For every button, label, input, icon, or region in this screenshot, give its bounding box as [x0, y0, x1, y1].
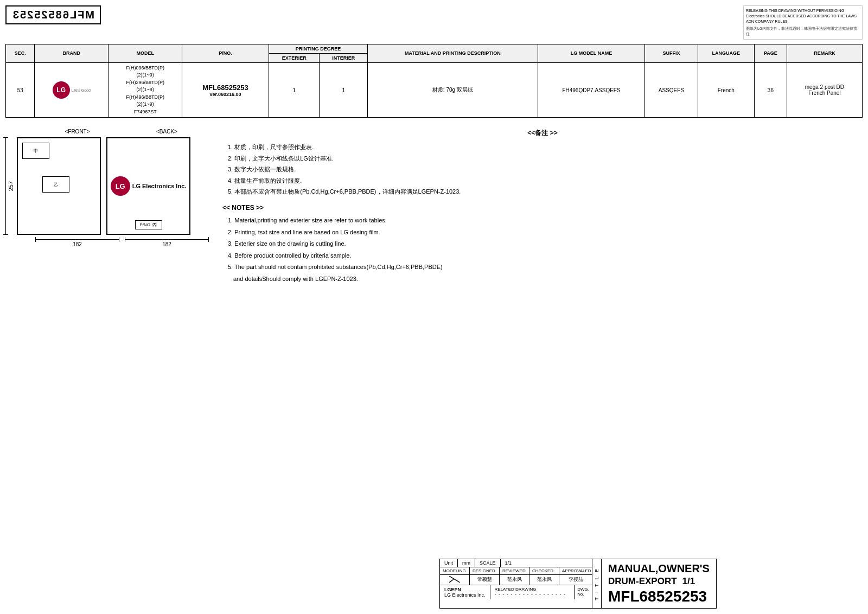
- scale-label: SCALE: [480, 560, 496, 566]
- side-dim-wrapper: 257: [5, 137, 14, 235]
- diagram-top-labels: <FRONT> <BACK>: [35, 129, 212, 135]
- approvaled-value: 李授喆: [559, 575, 592, 585]
- en-notes-list: 1. Material,printing and exterier size a…: [222, 216, 863, 283]
- en-notes: << NOTES >> 1. Material,printing and ext…: [222, 204, 863, 283]
- unit-value-cell: mm: [458, 559, 475, 567]
- dim-vals-gap: [119, 240, 125, 247]
- dim-right-group: [125, 239, 209, 240]
- cell-brand: LG Life's Good: [35, 62, 108, 118]
- title-vertical-text: T I T L E: [594, 567, 599, 600]
- dim-right-value: 182: [125, 241, 209, 247]
- front-jia-label: 甲: [34, 148, 38, 154]
- unit-label-cell: Unit: [440, 559, 458, 567]
- dim-left-tick-r: [119, 237, 119, 242]
- reviewed-value: 范永风: [500, 575, 529, 585]
- checked-value: 范永风: [529, 575, 559, 585]
- pno-value: MFL68525253: [185, 84, 266, 92]
- col-material: MATERIAL AND PRINTING DESCRIPTION: [367, 44, 538, 62]
- cn-notes-list: 1. 材质，印刷，尺寸参照作业表. 2. 印刷，文字大小和线条以LG设计基准. …: [222, 143, 863, 196]
- title-letter-block: T I T L E: [592, 559, 602, 608]
- en-note-1: 1. Material,printing and exterier size a…: [228, 216, 863, 225]
- notice-en-text: RELEASING THIS DRAWING WITHOUT PERMISSIO…: [746, 8, 860, 24]
- model-line-3: F(H)296/B8TD(P): [111, 79, 179, 87]
- side-dim-container: 257: [5, 137, 14, 235]
- model-line-6: (2)(1~9): [111, 101, 179, 108]
- en-note-2: 2. Printing, tsxt size and line are base…: [228, 228, 863, 237]
- back-company-name: LG Electronics Inc.: [132, 183, 187, 189]
- dim-values-row: 182 182: [35, 240, 212, 247]
- col-remark: REMARK: [787, 44, 862, 62]
- mirrored-doc-number: MFL68525253: [5, 5, 101, 24]
- title-sub: DRUM-EXPORT: [608, 576, 677, 587]
- unit-label: Unit: [444, 560, 453, 566]
- col-sec: SEC.: [6, 44, 35, 62]
- col-page: PAGE: [754, 44, 787, 62]
- related-drawing-label: RELATED DRAWING: [495, 587, 570, 592]
- cn-note-4: 4. 批量生产前取的设计限度.: [228, 177, 863, 185]
- col-model: MODEL: [108, 44, 182, 62]
- top-notice: RELEASING THIS DRAWING WITHOUT PERMISSIO…: [743, 5, 863, 40]
- notes-section: <<备注 >> 1. 材质，印刷，尺寸参照作业表. 2. 印刷，文字大小和线条以…: [222, 129, 863, 291]
- model-line-1: F(H)096/B8TD(P): [111, 65, 179, 72]
- staff-header-row: MODELING DESIGNED REVIEWED CHECKED APPRO…: [440, 567, 592, 575]
- back-diagram-box: LG LG Electronics Inc. P/NO.:丙: [106, 137, 190, 235]
- dim-right-line: [125, 239, 209, 240]
- designed-label: DESIGNED: [470, 567, 500, 574]
- side-dim-bar: [5, 137, 6, 235]
- cn-note-5: 5. 本部品不应含有禁止物质(Pb,Cd,Hg,Cr+6,PBB,PBDE)，详…: [228, 188, 863, 196]
- dim-left-tick-l: [35, 237, 36, 242]
- back-company-text: LG Electronics Inc.: [132, 183, 187, 189]
- model-line-2: (2)(1~9): [111, 72, 179, 79]
- pno-box: P/NO.:丙: [135, 220, 162, 229]
- col-language: LANGUAGE: [698, 44, 754, 62]
- footer-wrapper: Unit mm SCALE 1/1 MODELING DESIGNED: [439, 559, 863, 609]
- front-inner-jia: 甲: [22, 143, 49, 159]
- remark2: French Panel: [790, 90, 859, 96]
- scale-label-cell: SCALE: [475, 559, 501, 567]
- unit-scale-row: Unit mm SCALE 1/1: [440, 559, 592, 567]
- pno-ver: ver.060216.00: [185, 92, 266, 97]
- footer-info-block: Unit mm SCALE 1/1 MODELING DESIGNED: [439, 559, 592, 609]
- col-brand: BRAND: [35, 44, 108, 62]
- title-page: 1/1: [682, 576, 695, 587]
- cell-language: French: [698, 62, 754, 118]
- spec-table: SEC. BRAND MODEL P/NO. PRINTING DEGREE M…: [5, 44, 863, 118]
- en-note-3: 3. Exterier size on the drawing is cutti…: [228, 239, 863, 248]
- company-row: LGEPN LG Electronics Inc. RELATED DRAWIN…: [440, 585, 592, 599]
- lg-circle-icon: LG: [53, 81, 70, 99]
- dim-left-line: [35, 239, 119, 240]
- related-drawing-value: - - - - - - - - - - - - - - - - - -: [495, 592, 570, 597]
- cell-sec: 53: [6, 62, 35, 118]
- cell-remark: mega 2 post DD French Panel: [787, 62, 862, 118]
- model-line-7: F74967ST: [111, 108, 179, 116]
- reviewed-label: REVIEWED: [500, 567, 529, 574]
- back-label: <BACK>: [125, 129, 209, 135]
- side-dim-line: 257: [5, 137, 14, 235]
- unit-value: mm: [462, 560, 470, 566]
- company-label: LGEPN: [444, 587, 486, 592]
- cell-exterier: 1: [269, 62, 320, 118]
- scale-value-cell: 1/1: [501, 559, 516, 567]
- model-line-4: (2)(1~9): [111, 86, 179, 94]
- related-drawing-block: RELATED DRAWING - - - - - - - - - - - - …: [490, 585, 575, 599]
- notice-cn-text: 图纸为LG内部文件，非法流通时，韩国电子法据有限定追究法律责任: [746, 26, 860, 37]
- title-main: MANUAL,OWNER'S: [608, 562, 710, 575]
- approvaled-label: APPROVALED: [559, 567, 592, 574]
- modeling-label: MODELING: [440, 567, 470, 574]
- cell-page: 36: [754, 62, 787, 118]
- footer-title-block: T I T L E MANUAL,OWNER'S DRUM-EXPORT 1/1…: [592, 559, 717, 609]
- dwg-no-cell: DWG. No.: [574, 585, 592, 599]
- dim-right-tick-l: [125, 237, 125, 242]
- front-diagram-box: 甲 乙: [17, 137, 101, 235]
- dim-right-tick-r: [208, 237, 209, 242]
- cell-lg-model: FH496QDP7.ASSQEFS: [538, 62, 645, 118]
- title-sub-row: DRUM-EXPORT 1/1: [608, 576, 710, 587]
- content-area: <FRONT> <BACK> 257: [5, 129, 863, 291]
- dim-left-group: [35, 239, 119, 240]
- diagram-section: <FRONT> <BACK> 257: [5, 129, 212, 291]
- col-printing-degree: PRINTING DEGREE: [269, 44, 367, 53]
- back-lg-circle-icon: LG: [111, 176, 130, 196]
- dim-left-value: 182: [35, 241, 119, 247]
- back-logo-row: LG LG Electronics Inc.: [111, 176, 187, 196]
- front-z-label: 乙: [54, 182, 58, 188]
